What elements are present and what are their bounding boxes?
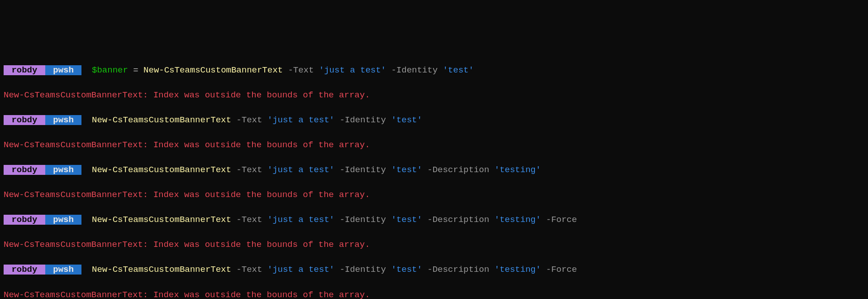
string-literal: 'test' <box>391 265 422 275</box>
error-line: New-CsTeamsCustomBannerText: Index was o… <box>4 289 864 299</box>
prompt-user: robdy <box>4 65 45 75</box>
param-text: -Text <box>236 265 262 275</box>
cmdlet: New-CsTeamsCustomBannerText <box>92 165 231 175</box>
string-literal: 'testing' <box>494 265 541 275</box>
param-text: -Text <box>236 165 262 175</box>
param-text: -Text <box>288 65 314 75</box>
param-identity: -Identity <box>339 215 386 225</box>
variable: $banner <box>92 65 128 75</box>
operator: = <box>128 65 143 75</box>
param-force: -Force <box>546 265 577 275</box>
prompt-shell: pwsh <box>45 65 81 75</box>
string-literal: 'just a test' <box>267 265 334 275</box>
command-line: robdy pwsh New-CsTeamsCustomBannerText -… <box>4 164 864 177</box>
param-description: -Description <box>427 165 489 175</box>
string-literal: 'test' <box>391 215 422 225</box>
string-literal: 'just a test' <box>267 165 334 175</box>
string-literal: 'test' <box>391 165 422 175</box>
command-line: robdy pwsh New-CsTeamsCustomBannerText -… <box>4 214 864 227</box>
prompt-user: robdy <box>4 115 45 125</box>
param-identity: -Identity <box>339 165 386 175</box>
param-identity: -Identity <box>391 65 438 75</box>
command-line: robdy pwsh $banner = New-CsTeamsCustomBa… <box>4 64 864 77</box>
string-literal: 'test' <box>443 65 473 75</box>
error-line: New-CsTeamsCustomBannerText: Index was o… <box>4 139 864 152</box>
string-literal: 'just a test' <box>319 65 386 75</box>
prompt-shell: pwsh <box>45 215 81 225</box>
terminal-output[interactable]: robdy pwsh $banner = New-CsTeamsCustomBa… <box>4 52 864 299</box>
prompt-shell: pwsh <box>45 165 81 175</box>
cmdlet: New-CsTeamsCustomBannerText <box>92 215 231 225</box>
command-line: robdy pwsh New-CsTeamsCustomBannerText -… <box>4 114 864 127</box>
error-line: New-CsTeamsCustomBannerText: Index was o… <box>4 89 864 102</box>
cmdlet: New-CsTeamsCustomBannerText <box>92 265 231 275</box>
param-identity: -Identity <box>339 115 386 125</box>
prompt-user: robdy <box>4 165 45 175</box>
cmdlet: New-CsTeamsCustomBannerText <box>92 115 231 125</box>
string-literal: 'testing' <box>494 215 541 225</box>
string-literal: 'just a test' <box>267 215 334 225</box>
param-identity: -Identity <box>339 265 386 275</box>
command-line: robdy pwsh New-CsTeamsCustomBannerText -… <box>4 264 864 276</box>
prompt-user: robdy <box>4 265 45 275</box>
string-literal: 'testing' <box>494 165 541 175</box>
prompt-shell: pwsh <box>45 265 81 275</box>
prompt-user: robdy <box>4 215 45 225</box>
prompt-shell: pwsh <box>45 115 81 125</box>
param-text: -Text <box>236 115 262 125</box>
param-text: -Text <box>236 215 262 225</box>
cmdlet: New-CsTeamsCustomBannerText <box>143 65 283 75</box>
param-description: -Description <box>427 215 489 225</box>
param-force: -Force <box>546 215 577 225</box>
string-literal: 'test' <box>391 115 422 125</box>
error-line: New-CsTeamsCustomBannerText: Index was o… <box>4 239 864 251</box>
param-description: -Description <box>427 265 489 275</box>
error-line: New-CsTeamsCustomBannerText: Index was o… <box>4 189 864 202</box>
string-literal: 'just a test' <box>267 115 334 125</box>
